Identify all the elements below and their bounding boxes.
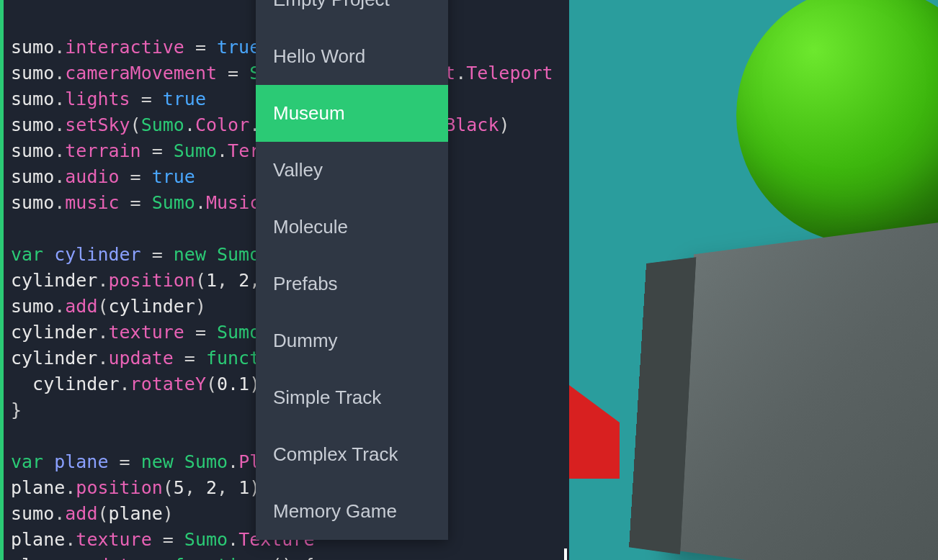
code-token: = bbox=[174, 348, 206, 369]
code-token: = bbox=[184, 37, 217, 58]
code-token: ( bbox=[97, 503, 108, 524]
code-token: plane bbox=[11, 529, 65, 550]
code-token: . bbox=[97, 322, 108, 343]
code-token: = bbox=[141, 555, 174, 560]
code-token: cameraMovement bbox=[65, 63, 217, 83]
code-token: , bbox=[217, 477, 238, 498]
code-token: . bbox=[54, 37, 65, 58]
code-token: setSky bbox=[65, 114, 130, 135]
code-token: true bbox=[163, 89, 206, 109]
code-token: plane bbox=[11, 477, 65, 498]
code-token: = bbox=[141, 140, 174, 161]
code-token: . bbox=[97, 348, 108, 369]
code-token: add bbox=[65, 503, 97, 524]
code-token: . bbox=[228, 451, 238, 472]
code-token: update bbox=[76, 555, 140, 560]
3d-preview-panel[interactable] bbox=[569, 0, 938, 560]
code-token: Music bbox=[206, 192, 260, 213]
code-token: Sumo bbox=[184, 451, 228, 472]
code-token: . bbox=[97, 270, 108, 291]
panel-divider-caret[interactable] bbox=[564, 548, 567, 560]
code-token: sumo bbox=[11, 63, 54, 83]
code-token: = bbox=[184, 322, 217, 343]
code-token: rotateY bbox=[130, 374, 206, 394]
code-token: new bbox=[174, 244, 217, 265]
code-token: sumo bbox=[11, 37, 54, 58]
code-token: Sumo bbox=[141, 114, 184, 135]
dropdown-item-complex-track[interactable]: Complex Track bbox=[256, 426, 448, 483]
code-token: 2 bbox=[238, 270, 249, 291]
code-line[interactable]: plane.update = function () { bbox=[11, 553, 558, 560]
code-token: Sumo bbox=[217, 244, 260, 265]
preview-sphere-object bbox=[736, 0, 938, 245]
code-token: cylinder bbox=[11, 270, 97, 291]
code-token: lights bbox=[65, 89, 130, 109]
code-token: add bbox=[65, 296, 97, 317]
code-token: true bbox=[217, 37, 260, 58]
code-token: cylinder bbox=[32, 374, 119, 394]
code-token: . bbox=[217, 140, 228, 161]
code-token: ( bbox=[97, 296, 108, 317]
dropdown-item-memory-game[interactable]: Memory Game bbox=[256, 483, 448, 540]
code-token: . bbox=[455, 63, 466, 83]
preview-red-object bbox=[569, 385, 620, 479]
code-token: sumo bbox=[11, 192, 54, 213]
code-token: = bbox=[108, 451, 140, 472]
code-token: Sumo bbox=[184, 529, 228, 550]
code-token: plane bbox=[54, 451, 108, 472]
code-token: . bbox=[54, 166, 65, 187]
code-token: . bbox=[65, 477, 76, 498]
dropdown-item-simple-track[interactable]: Simple Track bbox=[256, 369, 448, 426]
code-token: plane bbox=[109, 503, 163, 524]
dropdown-item-valley[interactable]: Valley bbox=[256, 142, 448, 199]
code-token: ) bbox=[163, 503, 174, 524]
code-token: ( bbox=[206, 374, 217, 394]
code-token: sumo bbox=[11, 140, 54, 161]
dropdown-item-dummy[interactable]: Dummy bbox=[256, 312, 448, 369]
code-token: . bbox=[65, 555, 76, 560]
code-token: () { bbox=[271, 555, 314, 560]
dropdown-item-museum[interactable]: Museum bbox=[256, 85, 448, 142]
code-token: var bbox=[11, 451, 54, 472]
code-token: audio bbox=[65, 166, 119, 187]
code-token: . bbox=[54, 192, 65, 213]
code-token: Color bbox=[195, 114, 249, 135]
code-token: . bbox=[54, 296, 65, 317]
code-token: 1 bbox=[206, 270, 217, 291]
code-token: ( bbox=[130, 114, 141, 135]
dropdown-item-empty-project[interactable]: Empty Project bbox=[256, 0, 448, 28]
code-token: cylinder bbox=[54, 244, 140, 265]
dropdown-item-hello-word[interactable]: Hello Word bbox=[256, 28, 448, 85]
code-token: update bbox=[108, 348, 173, 369]
code-token: ( bbox=[163, 477, 174, 498]
code-token: } bbox=[11, 399, 22, 420]
code-token: = bbox=[217, 63, 249, 83]
code-token: ) bbox=[195, 296, 206, 317]
code-token: . bbox=[65, 529, 76, 550]
code-token: ) bbox=[499, 114, 509, 135]
code-token: cylinder bbox=[109, 296, 195, 317]
code-token: . bbox=[54, 89, 65, 109]
code-token: cylinder bbox=[11, 348, 97, 369]
template-dropdown-menu[interactable]: Empty ProjectHello WordMuseumValleyMolec… bbox=[256, 0, 448, 540]
code-token: Sumo bbox=[217, 322, 260, 343]
code-token: texture bbox=[76, 529, 151, 550]
code-token: ( bbox=[195, 270, 206, 291]
code-token: , bbox=[217, 270, 238, 291]
code-token: Sumo bbox=[174, 140, 217, 161]
code-token: position bbox=[76, 477, 162, 498]
code-token: = bbox=[152, 529, 184, 550]
code-token: interactive bbox=[65, 37, 184, 58]
code-token: 2 bbox=[206, 477, 217, 498]
code-token: sumo bbox=[11, 89, 54, 109]
code-token: sumo bbox=[11, 166, 54, 187]
code-token: sumo bbox=[11, 503, 54, 524]
code-token: . bbox=[184, 114, 195, 135]
dropdown-item-molecule[interactable]: Molecule bbox=[256, 199, 448, 256]
code-token: texture bbox=[108, 322, 184, 343]
code-token: new bbox=[141, 451, 184, 472]
code-token: 5 bbox=[174, 477, 184, 498]
code-token: . bbox=[120, 374, 130, 394]
code-token: music bbox=[65, 192, 119, 213]
dropdown-item-prefabs[interactable]: Prefabs bbox=[256, 256, 448, 312]
